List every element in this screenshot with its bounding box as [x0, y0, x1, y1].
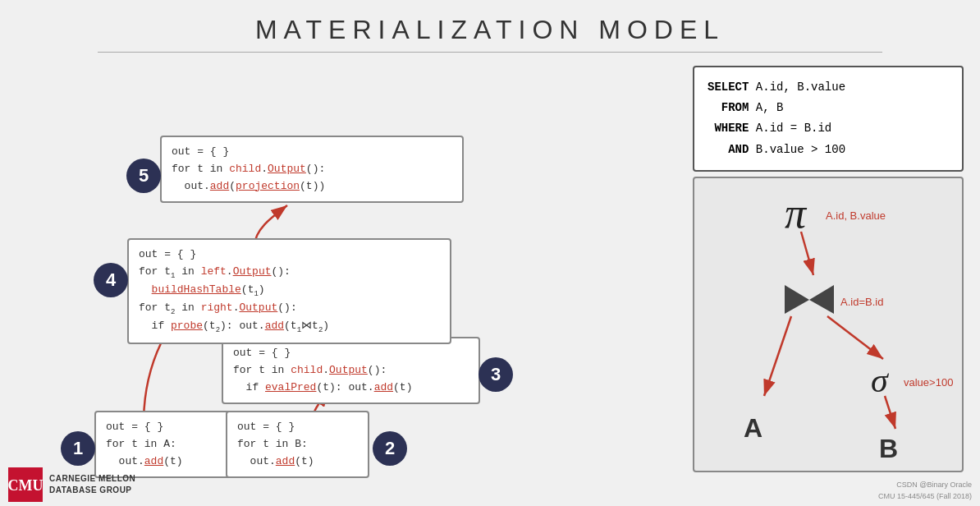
cb4-line1: out = { } [139, 246, 440, 264]
cb3-line3: if evalPred(t): out.add(t) [233, 380, 469, 397]
main-content: out = { } for t in A: out.add(t) 1 out =… [0, 58, 980, 506]
svg-text:CMU: CMU [8, 477, 43, 494]
sql-line4: AND B.value > 100 [708, 140, 949, 160]
cb1-line2: for t in A: [106, 436, 235, 453]
cmu-logo-text: Carnegie Mellon Database Group [49, 473, 135, 496]
svg-text:σ: σ [871, 361, 890, 399]
svg-text:B: B [879, 434, 898, 463]
watermark: CSDN @Binary Oracle CMU 15-445/645 (Fall… [878, 480, 972, 502]
cmu-logo-icon: CMU [8, 467, 43, 502]
code-box-3: out = { } for t in child.Output(): if ev… [222, 337, 480, 404]
svg-line-10 [827, 316, 883, 359]
code-box-5: out = { } for t in child.Output(): out.a… [160, 136, 464, 203]
cb4-line3: buildHashTable(t1) [139, 282, 440, 300]
svg-line-9 [764, 316, 791, 396]
page-title: MATERIALIZATION MODEL [0, 0, 980, 45]
cb5-line3: out.add(projection(t)) [172, 178, 452, 196]
sql-line3: WHERE A.id = B.id [708, 118, 949, 139]
svg-text:A.id, B.value: A.id, B.value [826, 209, 886, 222]
svg-marker-6 [785, 285, 809, 314]
diagram-box: π A.id, B.value A.id=B.id [693, 177, 964, 472]
cb3-line2: for t in child.Output(): [233, 362, 469, 380]
svg-line-13 [885, 396, 895, 429]
sql-box: SELECT A.id, B.value FROM A, B WHERE A.i… [693, 66, 964, 172]
cb5-line1: out = { } [172, 144, 452, 161]
svg-text:A.id=B.id: A.id=B.id [840, 296, 883, 308]
cb2-line1: out = { } [237, 419, 358, 436]
cb4-line2: for t1 in left.Output(): [139, 264, 440, 282]
svg-text:value>100: value>100 [904, 376, 953, 389]
cb2-line2: for t in B: [237, 436, 358, 453]
cb1-line1: out = { } [106, 419, 235, 436]
cb4-line4: for t2 in right.Output(): [139, 300, 440, 318]
diagram-svg: π A.id, B.value A.id=B.id [694, 178, 965, 474]
cb5-line2: for t in child.Output(): [172, 161, 452, 178]
sql-line1: SELECT A.id, B.value [708, 77, 949, 98]
svg-marker-7 [809, 285, 834, 314]
cb3-line1: out = { } [233, 345, 469, 362]
svg-line-3 [801, 232, 813, 275]
code-box-4: out = { } for t1 in left.Output(): build… [127, 238, 451, 344]
cb2-line3: out.add(t) [237, 453, 358, 471]
sql-line2: FROM A, B [708, 98, 949, 118]
svg-text:π: π [785, 190, 808, 237]
svg-text:A: A [744, 413, 762, 443]
code-box-2: out = { } for t in B: out.add(t) [226, 411, 369, 478]
badge-2: 2 [373, 431, 407, 466]
divider [98, 52, 882, 53]
badge-1: 1 [61, 431, 95, 466]
badge-4: 4 [94, 263, 128, 297]
cb4-line5: if probe(t2): out.add(t1⋈t2) [139, 318, 440, 336]
badge-3: 3 [479, 357, 513, 392]
badge-5: 5 [126, 159, 161, 193]
cmu-logo: CMU Carnegie Mellon Database Group [8, 467, 135, 502]
